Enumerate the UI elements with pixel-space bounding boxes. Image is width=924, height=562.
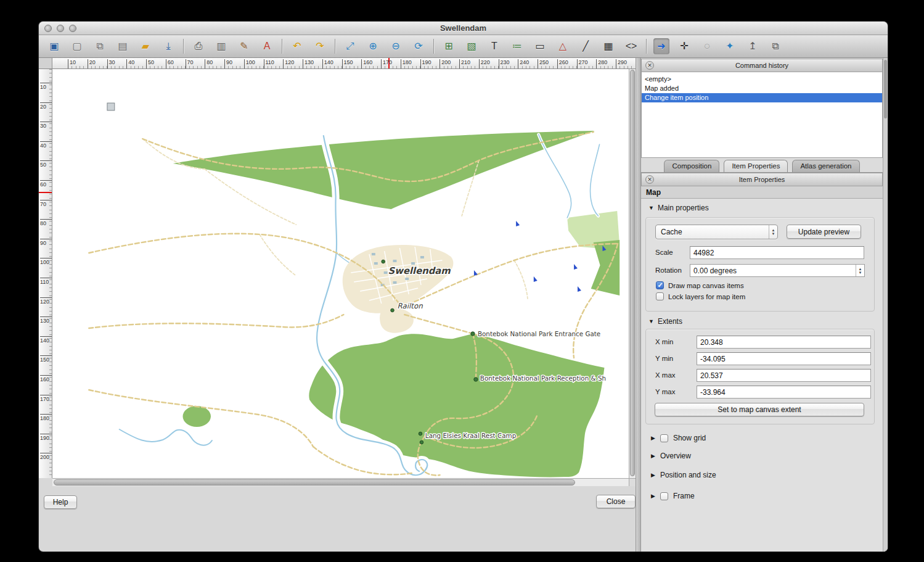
raise-items-icon: ↥ bbox=[748, 41, 756, 51]
redo-button[interactable]: ↷ bbox=[312, 38, 328, 54]
canvas-horizontal-scrollbar[interactable] bbox=[52, 478, 629, 486]
tab-item-properties[interactable]: Item Properties bbox=[724, 160, 788, 172]
select-move-icon: ➜ bbox=[657, 41, 665, 51]
export-svg-button[interactable]: ✎ bbox=[236, 38, 252, 54]
history-item[interactable]: Map added bbox=[642, 84, 882, 93]
toolbar-separator bbox=[282, 39, 282, 54]
cache-dropdown[interactable]: Cache ▲▼ bbox=[655, 225, 778, 239]
ruler-top-number: 180 bbox=[401, 59, 412, 68]
extents-fields: X min20.348Y min-34.095X max20.537Y max-… bbox=[641, 336, 883, 402]
ruler-top-number: 100 bbox=[244, 59, 255, 68]
map-item[interactable]: Swellendam Railton Bontebok National Par… bbox=[52, 69, 629, 478]
rotation-spinbox[interactable]: 0.00 degrees ▲▼ bbox=[690, 264, 865, 277]
panel-splitter[interactable] bbox=[636, 58, 641, 552]
toolbar-separator bbox=[646, 39, 647, 54]
ruler-left: 1020304050607080901001101201301401501601… bbox=[39, 69, 52, 478]
dropdown-arrows-icon: ▲▼ bbox=[769, 225, 777, 239]
edit-nodes-button[interactable]: ✦ bbox=[722, 38, 738, 54]
zoom-out-button[interactable]: ⊖ bbox=[388, 38, 404, 54]
new-composition-button[interactable]: ▢ bbox=[69, 38, 85, 54]
tab-atlas-generation[interactable]: Atlas generation bbox=[792, 160, 859, 172]
select-marquee-button[interactable]: ◌ bbox=[699, 38, 715, 54]
ruler-left-number: 80 bbox=[40, 219, 52, 226]
save-template-button[interactable]: ⤓ bbox=[160, 38, 176, 54]
add-scalebar-button[interactable]: ▭ bbox=[532, 38, 548, 54]
section-main-properties[interactable]: ▼ Main properties bbox=[648, 204, 709, 212]
ruler-left-number: 170 bbox=[40, 395, 52, 402]
spinner-arrows-icon[interactable]: ▲▼ bbox=[856, 265, 864, 276]
tab-composition[interactable]: Composition bbox=[664, 160, 719, 172]
add-table-button[interactable]: ▦ bbox=[600, 38, 616, 54]
add-label-button[interactable]: T bbox=[486, 38, 502, 54]
zoom-in-icon: ⊕ bbox=[369, 41, 377, 51]
ruler-top-number: 270 bbox=[577, 59, 588, 68]
collapse-arrow-icon[interactable]: ▶ bbox=[651, 453, 655, 459]
refresh-view-button[interactable]: ⟳ bbox=[411, 38, 427, 54]
canvas-vertical-scrollbar[interactable] bbox=[629, 69, 636, 478]
collapsed-sections: ▶Show grid▶Overview▶Position and size▶Fr… bbox=[651, 434, 873, 500]
add-arrow-button[interactable]: ╱ bbox=[578, 38, 594, 54]
scale-input[interactable]: 44982 bbox=[690, 246, 864, 259]
section-frame[interactable]: ▶Frame bbox=[651, 492, 873, 500]
checkbox[interactable] bbox=[660, 492, 668, 500]
composer-manager-button[interactable]: ▤ bbox=[115, 38, 131, 54]
ruler-left-number: 30 bbox=[40, 122, 52, 129]
title-bar[interactable]: Swellendam bbox=[39, 22, 888, 35]
ruler-left-number: 100 bbox=[40, 258, 52, 265]
group-items-button[interactable]: ⧉ bbox=[767, 38, 783, 54]
history-item[interactable]: <empty> bbox=[642, 75, 882, 84]
toolbar-separator bbox=[335, 39, 335, 54]
update-preview-button[interactable]: Update preview bbox=[787, 225, 861, 239]
zoom-in-button[interactable]: ⊕ bbox=[365, 38, 381, 54]
ruler-top-number: 260 bbox=[557, 59, 568, 68]
collapse-arrow-icon[interactable]: ▼ bbox=[648, 318, 654, 324]
collapse-arrow-icon[interactable]: ▶ bbox=[651, 493, 655, 499]
add-map-icon: ⊞ bbox=[444, 41, 452, 51]
ruler-top-number: 210 bbox=[459, 59, 470, 68]
close-button[interactable]: Close bbox=[596, 495, 636, 508]
history-item[interactable]: Change item position bbox=[642, 93, 882, 102]
help-button[interactable]: Help bbox=[44, 495, 77, 509]
select-move-item-button[interactable]: ➜ bbox=[653, 38, 669, 54]
draw-canvas-items-checkbox[interactable] bbox=[656, 281, 664, 289]
add-html-button[interactable]: <> bbox=[623, 38, 639, 54]
raise-items-button[interactable]: ↥ bbox=[745, 38, 761, 54]
selected-item[interactable] bbox=[107, 103, 115, 110]
extent-input[interactable]: 20.348 bbox=[697, 336, 871, 349]
collapse-arrow-icon[interactable]: ▶ bbox=[651, 472, 655, 478]
section-position-and-size[interactable]: ▶Position and size bbox=[651, 471, 873, 479]
section-show-grid[interactable]: ▶Show grid bbox=[651, 434, 873, 442]
section-label: Extents bbox=[658, 317, 682, 326]
extent-input[interactable]: 20.537 bbox=[697, 369, 871, 382]
add-map-button[interactable]: ⊞ bbox=[441, 38, 457, 54]
lock-layers-checkbox[interactable] bbox=[656, 292, 664, 300]
canvas-horizontal-scrollbar-thumb[interactable] bbox=[54, 479, 575, 486]
extent-input[interactable]: -34.095 bbox=[697, 352, 871, 365]
save-button[interactable]: ▣ bbox=[46, 38, 62, 54]
add-shape-button[interactable]: △ bbox=[555, 38, 571, 54]
ruler-top-number: 250 bbox=[538, 59, 549, 68]
undo-button[interactable]: ↶ bbox=[289, 38, 305, 54]
ruler-top-number: 110 bbox=[264, 59, 274, 68]
ruler-top: 1020304050607080901001101201301401501601… bbox=[52, 58, 636, 69]
section-overview[interactable]: ▶Overview bbox=[651, 452, 873, 460]
section-extents[interactable]: ▼ Extents bbox=[648, 317, 682, 326]
duplicate-composition-button[interactable]: ⧉ bbox=[92, 38, 108, 54]
panel-scrollbar-thumb[interactable] bbox=[884, 60, 887, 118]
zoom-full-button[interactable]: ⤢ bbox=[342, 38, 358, 54]
set-to-map-canvas-extent-button[interactable]: Set to map canvas extent bbox=[655, 403, 864, 416]
panel-scrollbar[interactable] bbox=[883, 58, 888, 552]
export-image-button[interactable]: ▥ bbox=[213, 38, 229, 54]
ruler-top-number: 230 bbox=[499, 59, 510, 68]
checkbox[interactable] bbox=[660, 434, 668, 442]
add-image-button[interactable]: ▧ bbox=[464, 38, 480, 54]
extent-input[interactable]: -33.964 bbox=[697, 386, 871, 399]
move-item-content-button[interactable]: ✛ bbox=[676, 38, 692, 54]
print-button[interactable]: ⎙ bbox=[190, 38, 206, 54]
canvas-vertical-scrollbar-thumb[interactable] bbox=[630, 70, 635, 476]
collapse-arrow-icon[interactable]: ▶ bbox=[651, 435, 655, 441]
open-composition-button[interactable]: ▰ bbox=[137, 38, 153, 54]
collapse-arrow-icon[interactable]: ▼ bbox=[648, 205, 654, 211]
add-legend-button[interactable]: ≔ bbox=[509, 38, 525, 54]
export-pdf-button[interactable]: A bbox=[259, 38, 275, 54]
